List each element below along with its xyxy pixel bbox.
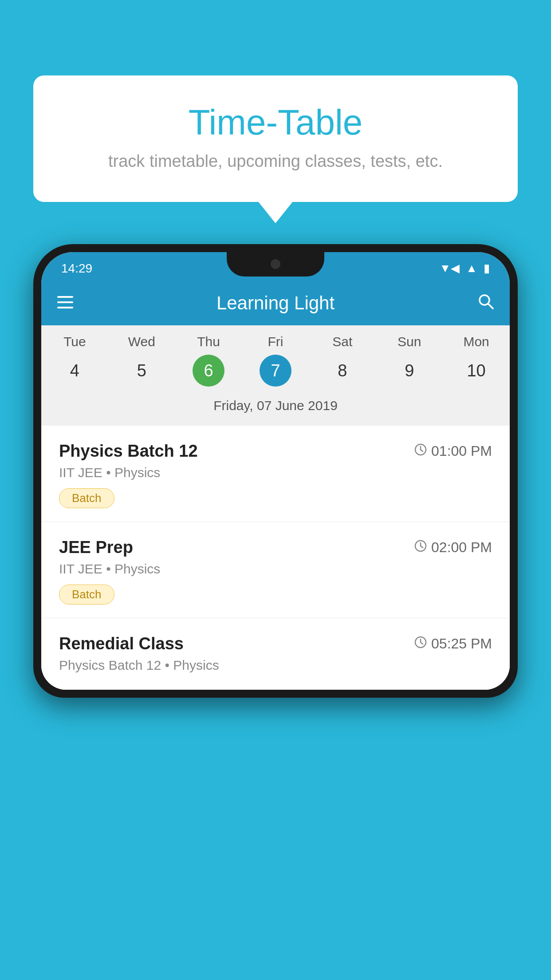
class-name-2: JEE Prep — [59, 538, 133, 557]
svg-line-4 — [488, 304, 493, 308]
day-header-tue: Tue — [41, 334, 108, 349]
class-time-3: 05:25 PM — [414, 636, 492, 652]
signal-icon: ▲ — [466, 261, 477, 275]
status-time: 14:29 — [61, 261, 92, 276]
class-item-header-3: Remedial Class 05:25 PM — [59, 634, 492, 653]
svg-line-10 — [421, 546, 423, 548]
day-header-fri: Fri — [242, 334, 309, 349]
day-numbers: 4 5 6 7 8 9 10 — [41, 355, 510, 387]
status-icons: ▼◀ ▲ ▮ — [440, 261, 490, 275]
class-item-header-1: Physics Batch 12 01:00 PM — [59, 442, 492, 461]
app-bar-title: Learning Light — [87, 292, 464, 314]
clock-icon-1 — [414, 443, 427, 459]
selected-date-label: Friday, 07 June 2019 — [41, 394, 510, 421]
day-4[interactable]: 4 — [59, 355, 91, 387]
tooltip-card: Time-Table track timetable, upcoming cla… — [33, 75, 518, 202]
status-bar: 14:29 ▼◀ ▲ ▮ — [41, 252, 510, 281]
class-time-text-2: 02:00 PM — [431, 539, 492, 556]
class-meta-3: Physics Batch 12 • Physics — [59, 658, 492, 673]
class-name-1: Physics Batch 12 — [59, 442, 198, 461]
batch-badge-1: Batch — [59, 488, 114, 508]
clock-icon-3 — [414, 636, 427, 652]
day-header-sat: Sat — [309, 334, 376, 349]
battery-icon: ▮ — [484, 261, 490, 275]
svg-point-3 — [480, 295, 489, 305]
class-time-2: 02:00 PM — [414, 539, 492, 556]
class-name-3: Remedial Class — [59, 634, 184, 653]
batch-badge-2: Batch — [59, 585, 114, 605]
phone-screen: 14:29 ▼◀ ▲ ▮ Learning Light — [41, 252, 510, 690]
phone-outer-shell: 14:29 ▼◀ ▲ ▮ Learning Light — [33, 244, 518, 698]
day-headers: Tue Wed Thu Fri Sat Sun Mon — [41, 334, 510, 349]
svg-line-7 — [421, 450, 423, 451]
class-time-1: 01:00 PM — [414, 443, 492, 459]
tooltip-subtitle: track timetable, upcoming classes, tests… — [55, 152, 496, 171]
clock-icon-2 — [414, 539, 427, 556]
class-time-text-1: 01:00 PM — [431, 443, 492, 459]
class-item-header-2: JEE Prep 02:00 PM — [59, 538, 492, 557]
svg-rect-2 — [57, 307, 73, 308]
class-item-jee-prep[interactable]: JEE Prep 02:00 PM — [41, 522, 510, 618]
class-item-physics-batch-12[interactable]: Physics Batch 12 01:00 PM — [41, 426, 510, 522]
phone-mockup: 14:29 ▼◀ ▲ ▮ Learning Light — [33, 244, 518, 980]
day-8[interactable]: 8 — [327, 355, 358, 387]
day-5[interactable]: 5 — [126, 355, 157, 387]
wifi-icon: ▼◀ — [440, 261, 460, 275]
day-10[interactable]: 10 — [460, 355, 492, 387]
tooltip-title: Time-Table — [55, 102, 496, 143]
class-meta-1: IIT JEE • Physics — [59, 465, 492, 480]
day-header-sun: Sun — [376, 334, 443, 349]
svg-rect-1 — [57, 301, 73, 303]
class-time-text-3: 05:25 PM — [431, 636, 492, 652]
day-9[interactable]: 9 — [394, 355, 425, 387]
calendar-strip: Tue Wed Thu Fri Sat Sun Mon 4 5 6 7 8 9 … — [41, 325, 510, 426]
svg-rect-0 — [57, 296, 73, 298]
day-7-selected[interactable]: 7 — [260, 355, 291, 387]
class-meta-2: IIT JEE • Physics — [59, 561, 492, 577]
search-button[interactable] — [478, 293, 494, 313]
day-6-today[interactable]: 6 — [193, 355, 224, 387]
svg-line-13 — [421, 642, 423, 644]
day-header-mon: Mon — [443, 334, 510, 349]
day-header-thu: Thu — [175, 334, 242, 349]
day-header-wed: Wed — [108, 334, 175, 349]
class-item-remedial[interactable]: Remedial Class 05:25 PM — [41, 618, 510, 690]
class-list: Physics Batch 12 01:00 PM — [41, 426, 510, 690]
app-bar: Learning Light — [41, 281, 510, 325]
hamburger-menu-icon[interactable] — [57, 294, 73, 312]
